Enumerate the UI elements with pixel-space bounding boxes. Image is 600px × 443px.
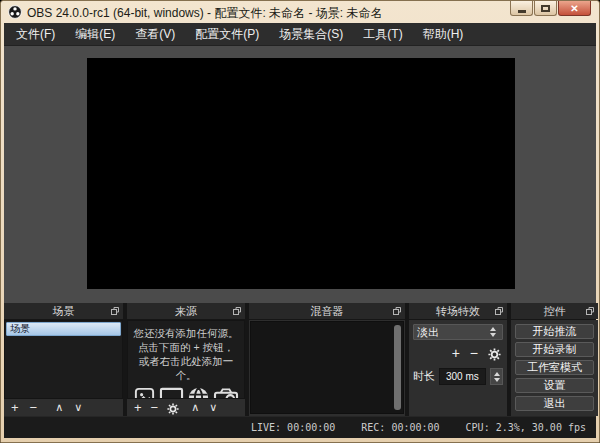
remove-source-button[interactable]: − — [151, 399, 159, 416]
add-transition-button[interactable]: + — [452, 345, 460, 362]
source-list-empty-area[interactable]: 您还没有添加任何源。 点击下面的 + 按钮， 或者右击此处添加一个。 — [127, 320, 245, 399]
title-bar[interactable]: OBS 24.0.0-rc1 (64-bit, windows) - 配置文件:… — [1, 1, 599, 23]
undock-icon[interactable] — [233, 307, 241, 315]
camera-icon — [213, 387, 239, 399]
undock-icon[interactable] — [586, 307, 594, 315]
transition-properties-gear-icon[interactable] — [488, 346, 501, 361]
scene-list: 场景 — [4, 320, 123, 399]
no-sources-hint: 您还没有添加任何源。 点击下面的 + 按钮， 或者右击此处添加一个。 — [129, 322, 243, 382]
menu-edit[interactable]: 编辑(E) — [65, 23, 125, 46]
duration-label: 时长 — [413, 369, 435, 384]
scenes-panel-header[interactable]: 场景 — [4, 303, 123, 319]
menu-file[interactable]: 文件(F) — [6, 23, 65, 46]
add-scene-button[interactable]: + — [11, 399, 19, 416]
menu-help[interactable]: 帮助(H) — [413, 23, 474, 46]
mixer-panel-title: 混音器 — [311, 304, 344, 319]
status-bar: LIVE: 00:00:00 REC: 00:00:00 CPU: 2.3%, … — [4, 416, 596, 438]
window-controls: ✕ — [509, 1, 591, 16]
preview-area — [4, 46, 596, 303]
start-recording-button[interactable]: 开始录制 — [515, 342, 594, 357]
transition-duration-row: 时长 300 ms — [413, 368, 503, 385]
browser-globe-icon — [187, 386, 210, 399]
dock-row: 场景 场景 + − ∧ ∨ — [4, 303, 596, 416]
mixer-panel-header[interactable]: 混音器 — [249, 303, 405, 319]
menu-tools[interactable]: 工具(T) — [353, 23, 412, 46]
exit-button[interactable]: 退出 — [515, 396, 594, 411]
display-icon — [159, 386, 184, 399]
undock-icon[interactable] — [111, 307, 119, 315]
mixer-scroll-area — [250, 321, 404, 414]
preview-canvas[interactable] — [87, 58, 515, 289]
source-properties-gear-icon[interactable] — [167, 401, 179, 415]
obs-window: OBS 24.0.0-rc1 (64-bit, windows) - 配置文件:… — [0, 0, 600, 443]
sources-panel-header[interactable]: 来源 — [127, 303, 245, 319]
source-move-up-button[interactable]: ∧ — [191, 399, 199, 416]
undock-icon[interactable] — [393, 307, 401, 315]
transition-select[interactable]: 淡出 — [413, 324, 503, 340]
transition-selected-value: 淡出 — [417, 325, 487, 339]
scenes-panel-title: 场景 — [53, 304, 75, 319]
mixer-scrollbar[interactable] — [394, 325, 401, 410]
image-icon — [133, 386, 156, 399]
undock-icon[interactable] — [495, 307, 503, 315]
rec-time: REC: 00:00:00 — [361, 422, 439, 433]
sources-toolbar: + − ∧ ∨ — [127, 399, 245, 416]
controls-panel: 控件 开始推流 开始录制 工作室模式 设置 退出 — [511, 303, 598, 416]
hint-line-1: 您还没有添加任何源。 — [129, 326, 243, 340]
scene-list-item[interactable]: 场景 — [6, 322, 121, 336]
sources-panel: 来源 您还没有添加任何源。 点击下面的 + 按钮， 或者右击此处添加一个。 — [127, 303, 245, 416]
add-source-button[interactable]: + — [134, 399, 142, 416]
obs-logo-icon — [8, 5, 22, 19]
menu-bar: 文件(F) 编辑(E) 查看(V) 配置文件(P) 场景集合(S) 工具(T) … — [4, 23, 596, 46]
minimize-icon — [518, 10, 526, 13]
cpu-fps: CPU: 2.3%, 30.00 fps — [466, 422, 586, 433]
remove-scene-button[interactable]: − — [30, 399, 38, 416]
transitions-panel-title: 转场特效 — [436, 304, 480, 319]
duration-spinner[interactable] — [490, 368, 503, 385]
studio-mode-button[interactable]: 工作室模式 — [515, 360, 594, 375]
start-streaming-button[interactable]: 开始推流 — [515, 324, 594, 339]
mixer-panel: 混音器 — [249, 303, 405, 416]
source-type-icons — [129, 386, 243, 399]
sources-panel-title: 来源 — [175, 304, 197, 319]
maximize-icon — [541, 5, 550, 12]
menu-profile[interactable]: 配置文件(P) — [185, 23, 269, 46]
minimize-button[interactable] — [510, 1, 533, 16]
menu-view[interactable]: 查看(V) — [125, 23, 185, 46]
controls-panel-header[interactable]: 控件 — [511, 303, 598, 319]
source-move-down-button[interactable]: ∨ — [209, 399, 217, 416]
controls-panel-title: 控件 — [544, 304, 566, 319]
window-title: OBS 24.0.0-rc1 (64-bit, windows) - 配置文件:… — [27, 5, 382, 22]
hint-line-3: 或者右击此处添加一个。 — [129, 354, 243, 382]
menu-scene-collection[interactable]: 场景集合(S) — [269, 23, 353, 46]
close-button[interactable]: ✕ — [558, 1, 591, 16]
hint-line-2: 点击下面的 + 按钮， — [129, 340, 243, 354]
duration-input[interactable]: 300 ms — [439, 368, 486, 385]
scenes-panel: 场景 场景 + − ∧ ∨ — [4, 303, 123, 416]
transitions-panel: 转场特效 淡出 + — [409, 303, 507, 416]
app-frame: 文件(F) 编辑(E) 查看(V) 配置文件(P) 场景集合(S) 工具(T) … — [4, 23, 596, 438]
maximize-button[interactable] — [534, 1, 557, 16]
transitions-panel-header[interactable]: 转场特效 — [409, 303, 507, 319]
live-time: LIVE: 00:00:00 — [251, 422, 335, 433]
remove-transition-button[interactable]: − — [470, 345, 478, 362]
scene-move-down-button[interactable]: ∨ — [74, 399, 82, 416]
combobox-arrows-icon — [487, 327, 499, 337]
transition-actions: + − — [413, 345, 503, 362]
scene-move-up-button[interactable]: ∧ — [55, 399, 63, 416]
settings-button[interactable]: 设置 — [515, 378, 594, 393]
scenes-toolbar: + − ∧ ∨ — [4, 399, 123, 416]
